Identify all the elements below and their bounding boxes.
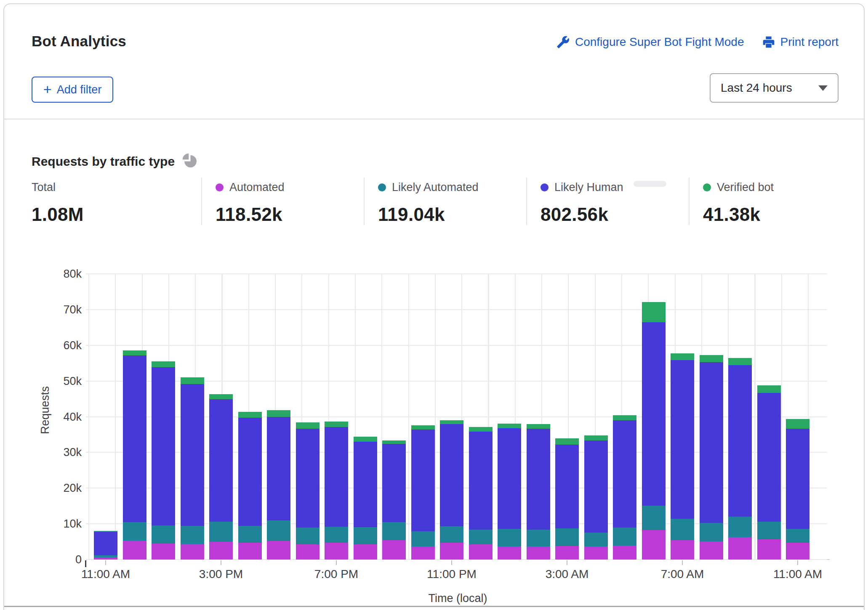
- bar-segment-likely-human[interactable]: [238, 418, 262, 526]
- bar-segment-likely-automated[interactable]: [700, 523, 723, 541]
- bar-segment-automated[interactable]: [700, 541, 723, 560]
- bar-segment-automated[interactable]: [296, 544, 320, 560]
- bar-segment-verified[interactable]: [469, 427, 493, 432]
- bar-segment-likely-human[interactable]: [498, 428, 521, 529]
- bar-segment-likely-human[interactable]: [123, 355, 146, 522]
- bar-segment-automated[interactable]: [757, 539, 781, 560]
- bar-segment-automated[interactable]: [152, 544, 175, 560]
- stat-likely-automated[interactable]: Likely Automated 119.04k: [364, 178, 526, 225]
- bar-hour-5[interactable]: [238, 412, 262, 560]
- bar-segment-verified[interactable]: [325, 422, 348, 427]
- bar-segment-likely-automated[interactable]: [181, 526, 204, 544]
- bar-hour-20[interactable]: [671, 353, 694, 560]
- bar-hour-4[interactable]: [209, 394, 233, 560]
- bar-segment-verified[interactable]: [584, 435, 608, 440]
- bar-segment-likely-human[interactable]: [354, 442, 377, 527]
- bar-segment-automated[interactable]: [498, 546, 521, 560]
- bar-segment-likely-automated[interactable]: [584, 533, 608, 546]
- bar-segment-verified[interactable]: [642, 302, 666, 322]
- bar-segment-likely-human[interactable]: [440, 424, 463, 526]
- bar-segment-likely-automated[interactable]: [440, 526, 463, 543]
- bar-segment-likely-automated[interactable]: [209, 522, 233, 542]
- bar-hour-21[interactable]: [700, 355, 723, 560]
- bar-segment-verified[interactable]: [238, 412, 262, 418]
- bar-segment-automated[interactable]: [123, 541, 146, 560]
- bar-segment-verified[interactable]: [209, 394, 233, 399]
- bar-segment-likely-human[interactable]: [181, 384, 204, 526]
- bar-hour-18[interactable]: [613, 415, 636, 560]
- bar-segment-verified[interactable]: [671, 353, 694, 360]
- bar-segment-likely-human[interactable]: [700, 362, 723, 522]
- bar-segment-likely-automated[interactable]: [642, 506, 666, 530]
- bar-segment-verified[interactable]: [555, 438, 579, 444]
- bar-segment-automated[interactable]: [555, 546, 579, 560]
- bar-segment-likely-human[interactable]: [296, 429, 320, 528]
- bar-segment-likely-automated[interactable]: [613, 528, 636, 546]
- bar-hour-3[interactable]: [181, 377, 204, 560]
- bar-hour-7[interactable]: [296, 422, 320, 560]
- bar-hour-13[interactable]: [469, 427, 493, 560]
- bar-segment-verified[interactable]: [354, 437, 377, 442]
- bar-segment-likely-human[interactable]: [527, 429, 550, 529]
- bar-segment-automated[interactable]: [94, 557, 117, 560]
- bar-segment-automated[interactable]: [325, 543, 348, 560]
- add-filter-button[interactable]: + Add filter: [32, 77, 113, 103]
- bar-segment-likely-automated[interactable]: [757, 522, 781, 539]
- bar-segment-automated[interactable]: [209, 542, 233, 560]
- bar-segment-automated[interactable]: [354, 544, 377, 560]
- bar-segment-automated[interactable]: [469, 544, 493, 560]
- bar-segment-verified[interactable]: [152, 361, 175, 367]
- stat-likely-human[interactable]: Likely Human 802.56k: [526, 178, 689, 225]
- bar-segment-verified[interactable]: [411, 425, 435, 430]
- bar-segment-automated[interactable]: [181, 544, 204, 560]
- bar-segment-likely-automated[interactable]: [123, 522, 146, 541]
- bar-segment-likely-human[interactable]: [584, 440, 608, 533]
- bar-hour-16[interactable]: [555, 438, 579, 560]
- bar-segment-likely-automated[interactable]: [296, 528, 320, 544]
- stat-verified-bot[interactable]: Verified bot 41.38k: [689, 178, 851, 225]
- bar-segment-verified[interactable]: [700, 355, 723, 363]
- print-report-link[interactable]: Print report: [762, 35, 839, 49]
- bar-segment-likely-automated[interactable]: [527, 530, 550, 547]
- bar-hour-9[interactable]: [354, 437, 377, 560]
- bar-segment-likely-automated[interactable]: [555, 528, 579, 546]
- bar-hour-15[interactable]: [527, 424, 550, 560]
- bar-hour-10[interactable]: [382, 440, 406, 560]
- bar-segment-likely-human[interactable]: [757, 393, 781, 522]
- bar-segment-verified[interactable]: [613, 415, 636, 420]
- bar-segment-likely-human[interactable]: [728, 365, 752, 517]
- bar-segment-verified[interactable]: [123, 350, 146, 355]
- bar-hour-8[interactable]: [325, 422, 348, 560]
- bar-segment-likely-automated[interactable]: [786, 529, 809, 543]
- bar-segment-automated[interactable]: [382, 540, 406, 560]
- time-range-dropdown[interactable]: Last 24 hours: [710, 73, 839, 103]
- bar-segment-automated[interactable]: [440, 543, 463, 560]
- bar-segment-verified[interactable]: [527, 424, 550, 429]
- bar-segment-verified[interactable]: [440, 420, 463, 424]
- bar-segment-likely-human[interactable]: [613, 420, 636, 528]
- bar-segment-likely-human[interactable]: [382, 444, 406, 522]
- bar-segment-likely-automated[interactable]: [325, 527, 348, 543]
- bar-segment-likely-automated[interactable]: [238, 526, 262, 543]
- bar-segment-verified[interactable]: [498, 424, 521, 428]
- bar-segment-likely-human[interactable]: [411, 430, 435, 531]
- bar-segment-likely-automated[interactable]: [411, 531, 435, 546]
- bar-segment-verified[interactable]: [181, 377, 204, 384]
- bar-segment-likely-automated[interactable]: [267, 520, 290, 541]
- configure-super-bot-fight-mode-link[interactable]: Configure Super Bot Fight Mode: [556, 35, 744, 49]
- bar-segment-likely-automated[interactable]: [498, 529, 521, 546]
- stat-automated[interactable]: Automated 118.52k: [201, 178, 364, 225]
- bar-hour-14[interactable]: [498, 424, 521, 560]
- bar-segment-verified[interactable]: [296, 422, 320, 428]
- bar-segment-likely-human[interactable]: [209, 399, 233, 522]
- bar-segment-automated[interactable]: [642, 530, 666, 560]
- bar-hour-19[interactable]: [642, 302, 666, 560]
- bar-segment-likely-human[interactable]: [642, 322, 666, 505]
- bar-segment-automated[interactable]: [786, 543, 809, 560]
- bar-hour-1[interactable]: [123, 350, 146, 560]
- bar-segment-likely-automated[interactable]: [354, 527, 377, 545]
- bar-hour-17[interactable]: [584, 435, 608, 560]
- bar-segment-likely-automated[interactable]: [671, 519, 694, 540]
- bar-segment-verified[interactable]: [267, 410, 290, 416]
- bar-segment-verified[interactable]: [382, 440, 406, 444]
